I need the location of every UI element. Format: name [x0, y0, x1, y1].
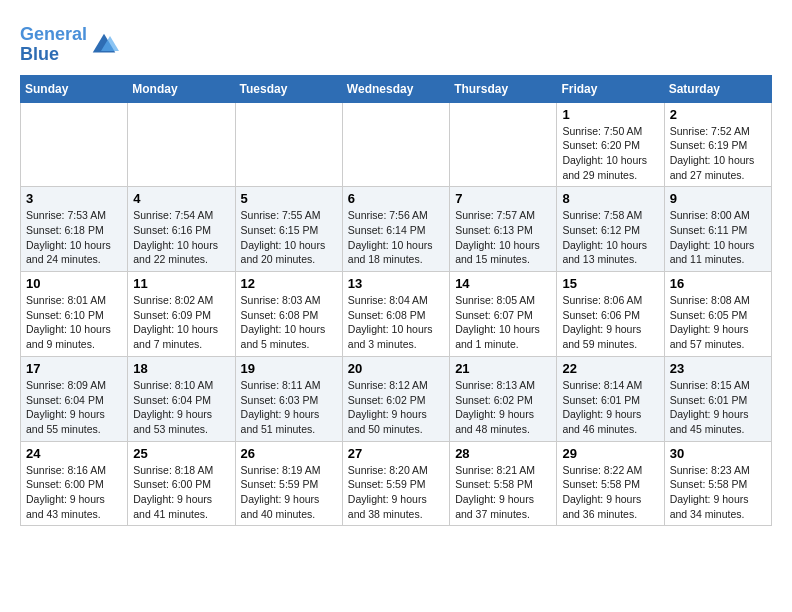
day-info: Sunrise: 8:01 AMSunset: 6:10 PMDaylight:… [26, 293, 122, 352]
day-number: 12 [241, 276, 337, 291]
day-info: Sunrise: 8:13 AMSunset: 6:02 PMDaylight:… [455, 378, 551, 437]
day-info: Sunrise: 8:02 AMSunset: 6:09 PMDaylight:… [133, 293, 229, 352]
day-number: 5 [241, 191, 337, 206]
calendar-cell: 9Sunrise: 8:00 AMSunset: 6:11 PMDaylight… [664, 187, 771, 272]
day-info: Sunrise: 8:03 AMSunset: 6:08 PMDaylight:… [241, 293, 337, 352]
weekday-header-thursday: Thursday [450, 75, 557, 102]
calendar-cell: 16Sunrise: 8:08 AMSunset: 6:05 PMDayligh… [664, 272, 771, 357]
day-info: Sunrise: 8:04 AMSunset: 6:08 PMDaylight:… [348, 293, 444, 352]
day-number: 19 [241, 361, 337, 376]
day-number: 2 [670, 107, 766, 122]
day-info: Sunrise: 7:55 AMSunset: 6:15 PMDaylight:… [241, 208, 337, 267]
day-number: 27 [348, 446, 444, 461]
calendar-cell: 22Sunrise: 8:14 AMSunset: 6:01 PMDayligh… [557, 356, 664, 441]
calendar-cell [128, 102, 235, 187]
day-number: 4 [133, 191, 229, 206]
day-number: 30 [670, 446, 766, 461]
calendar-cell: 14Sunrise: 8:05 AMSunset: 6:07 PMDayligh… [450, 272, 557, 357]
day-number: 20 [348, 361, 444, 376]
day-number: 1 [562, 107, 658, 122]
day-info: Sunrise: 8:19 AMSunset: 5:59 PMDaylight:… [241, 463, 337, 522]
day-info: Sunrise: 7:53 AMSunset: 6:18 PMDaylight:… [26, 208, 122, 267]
calendar-cell: 1Sunrise: 7:50 AMSunset: 6:20 PMDaylight… [557, 102, 664, 187]
calendar-week-3: 10Sunrise: 8:01 AMSunset: 6:10 PMDayligh… [21, 272, 772, 357]
calendar-week-4: 17Sunrise: 8:09 AMSunset: 6:04 PMDayligh… [21, 356, 772, 441]
day-number: 14 [455, 276, 551, 291]
day-number: 23 [670, 361, 766, 376]
day-number: 29 [562, 446, 658, 461]
page-header: General Blue [20, 20, 772, 65]
logo: General Blue [20, 25, 119, 65]
day-info: Sunrise: 8:06 AMSunset: 6:06 PMDaylight:… [562, 293, 658, 352]
calendar-cell [450, 102, 557, 187]
day-info: Sunrise: 8:12 AMSunset: 6:02 PMDaylight:… [348, 378, 444, 437]
calendar-cell [342, 102, 449, 187]
day-info: Sunrise: 8:09 AMSunset: 6:04 PMDaylight:… [26, 378, 122, 437]
day-info: Sunrise: 8:18 AMSunset: 6:00 PMDaylight:… [133, 463, 229, 522]
weekday-header-sunday: Sunday [21, 75, 128, 102]
calendar-cell: 27Sunrise: 8:20 AMSunset: 5:59 PMDayligh… [342, 441, 449, 526]
day-info: Sunrise: 8:23 AMSunset: 5:58 PMDaylight:… [670, 463, 766, 522]
day-number: 18 [133, 361, 229, 376]
calendar-cell: 20Sunrise: 8:12 AMSunset: 6:02 PMDayligh… [342, 356, 449, 441]
weekday-header-wednesday: Wednesday [342, 75, 449, 102]
day-number: 15 [562, 276, 658, 291]
calendar-cell: 17Sunrise: 8:09 AMSunset: 6:04 PMDayligh… [21, 356, 128, 441]
day-number: 28 [455, 446, 551, 461]
calendar-cell: 30Sunrise: 8:23 AMSunset: 5:58 PMDayligh… [664, 441, 771, 526]
calendar-body: 1Sunrise: 7:50 AMSunset: 6:20 PMDaylight… [21, 102, 772, 526]
calendar-cell: 2Sunrise: 7:52 AMSunset: 6:19 PMDaylight… [664, 102, 771, 187]
day-number: 24 [26, 446, 122, 461]
day-info: Sunrise: 8:11 AMSunset: 6:03 PMDaylight:… [241, 378, 337, 437]
calendar-cell: 6Sunrise: 7:56 AMSunset: 6:14 PMDaylight… [342, 187, 449, 272]
calendar-cell: 28Sunrise: 8:21 AMSunset: 5:58 PMDayligh… [450, 441, 557, 526]
calendar-cell: 29Sunrise: 8:22 AMSunset: 5:58 PMDayligh… [557, 441, 664, 526]
calendar-cell: 3Sunrise: 7:53 AMSunset: 6:18 PMDaylight… [21, 187, 128, 272]
day-info: Sunrise: 8:05 AMSunset: 6:07 PMDaylight:… [455, 293, 551, 352]
calendar-cell [235, 102, 342, 187]
day-number: 17 [26, 361, 122, 376]
day-info: Sunrise: 7:57 AMSunset: 6:13 PMDaylight:… [455, 208, 551, 267]
calendar-cell: 23Sunrise: 8:15 AMSunset: 6:01 PMDayligh… [664, 356, 771, 441]
calendar-cell: 15Sunrise: 8:06 AMSunset: 6:06 PMDayligh… [557, 272, 664, 357]
logo-text: General Blue [20, 25, 87, 65]
day-number: 9 [670, 191, 766, 206]
calendar-header: SundayMondayTuesdayWednesdayThursdayFrid… [21, 75, 772, 102]
weekday-header-saturday: Saturday [664, 75, 771, 102]
day-number: 22 [562, 361, 658, 376]
day-info: Sunrise: 8:21 AMSunset: 5:58 PMDaylight:… [455, 463, 551, 522]
day-number: 16 [670, 276, 766, 291]
calendar-cell: 8Sunrise: 7:58 AMSunset: 6:12 PMDaylight… [557, 187, 664, 272]
day-number: 13 [348, 276, 444, 291]
day-info: Sunrise: 7:50 AMSunset: 6:20 PMDaylight:… [562, 124, 658, 183]
calendar-table: SundayMondayTuesdayWednesdayThursdayFrid… [20, 75, 772, 527]
day-info: Sunrise: 8:16 AMSunset: 6:00 PMDaylight:… [26, 463, 122, 522]
day-info: Sunrise: 8:22 AMSunset: 5:58 PMDaylight:… [562, 463, 658, 522]
calendar-cell: 10Sunrise: 8:01 AMSunset: 6:10 PMDayligh… [21, 272, 128, 357]
day-info: Sunrise: 8:08 AMSunset: 6:05 PMDaylight:… [670, 293, 766, 352]
day-number: 21 [455, 361, 551, 376]
calendar-cell: 18Sunrise: 8:10 AMSunset: 6:04 PMDayligh… [128, 356, 235, 441]
day-info: Sunrise: 8:20 AMSunset: 5:59 PMDaylight:… [348, 463, 444, 522]
weekday-header-monday: Monday [128, 75, 235, 102]
day-info: Sunrise: 8:00 AMSunset: 6:11 PMDaylight:… [670, 208, 766, 267]
day-info: Sunrise: 7:58 AMSunset: 6:12 PMDaylight:… [562, 208, 658, 267]
calendar-cell: 13Sunrise: 8:04 AMSunset: 6:08 PMDayligh… [342, 272, 449, 357]
day-number: 25 [133, 446, 229, 461]
day-info: Sunrise: 7:52 AMSunset: 6:19 PMDaylight:… [670, 124, 766, 183]
day-number: 11 [133, 276, 229, 291]
calendar-cell: 26Sunrise: 8:19 AMSunset: 5:59 PMDayligh… [235, 441, 342, 526]
calendar-cell: 5Sunrise: 7:55 AMSunset: 6:15 PMDaylight… [235, 187, 342, 272]
calendar-cell: 19Sunrise: 8:11 AMSunset: 6:03 PMDayligh… [235, 356, 342, 441]
day-info: Sunrise: 8:15 AMSunset: 6:01 PMDaylight:… [670, 378, 766, 437]
weekday-header-row: SundayMondayTuesdayWednesdayThursdayFrid… [21, 75, 772, 102]
calendar-cell: 25Sunrise: 8:18 AMSunset: 6:00 PMDayligh… [128, 441, 235, 526]
day-info: Sunrise: 7:54 AMSunset: 6:16 PMDaylight:… [133, 208, 229, 267]
day-info: Sunrise: 8:10 AMSunset: 6:04 PMDaylight:… [133, 378, 229, 437]
calendar-cell: 11Sunrise: 8:02 AMSunset: 6:09 PMDayligh… [128, 272, 235, 357]
day-number: 26 [241, 446, 337, 461]
calendar-cell: 24Sunrise: 8:16 AMSunset: 6:00 PMDayligh… [21, 441, 128, 526]
day-info: Sunrise: 7:56 AMSunset: 6:14 PMDaylight:… [348, 208, 444, 267]
day-number: 10 [26, 276, 122, 291]
day-number: 7 [455, 191, 551, 206]
